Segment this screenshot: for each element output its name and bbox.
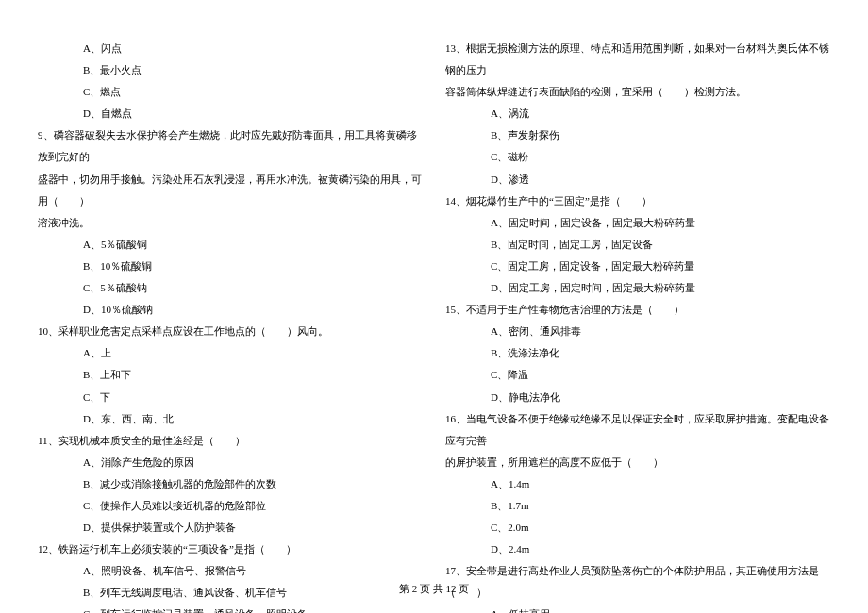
- q9-stem-line3: 溶液冲洗。: [38, 212, 423, 234]
- q16-stem-line2: 的屏护装置，所用遮栏的高度不应低于（ ）: [445, 452, 830, 473]
- q15-option-d: D、静电法净化: [445, 387, 830, 408]
- q10-stem: 10、采样职业危害定点采样点应设在工作地点的（ ）风向。: [38, 321, 423, 342]
- q14-option-c: C、固定工房，固定设备，固定最大粉碎药量: [445, 256, 830, 277]
- right-column: 13、根据无损检测方法的原理、特点和适用范围判断，如果对一台材料为奥氏体不锈钢的…: [434, 38, 842, 575]
- q15-option-b: B、洗涤法净化: [445, 342, 830, 364]
- q13-stem-line2: 容器筒体纵焊缝进行表面缺陷的检测，宜采用（ ）检测方法。: [445, 81, 830, 103]
- q14-option-b: B、固定时间，固定工房，固定设备: [445, 234, 830, 256]
- q16-option-d: D、2.4m: [445, 538, 830, 560]
- q16-option-a: A、1.4m: [445, 473, 830, 495]
- page-footer: 第 2 页 共 12 页: [0, 578, 868, 600]
- q17-option-a: A、低挂高用: [445, 604, 830, 613]
- page-body: A、闪点 B、最小火点 C、燃点 D、自燃点 9、磷容器破裂失去水保护将会产生燃…: [0, 0, 868, 575]
- q15-option-c: C、降温: [445, 364, 830, 386]
- q9-option-b: B、10％硫酸铜: [38, 256, 423, 277]
- left-column: A、闪点 B、最小火点 C、燃点 D、自燃点 9、磷容器破裂失去水保护将会产生燃…: [26, 38, 434, 575]
- q14-option-a: A、固定时间，固定设备，固定最大粉碎药量: [445, 212, 830, 234]
- q10-option-a: A、上: [38, 342, 423, 364]
- q10-option-c: C、下: [38, 387, 423, 408]
- q16-stem-line1: 16、当电气设备不便于绝缘或绝缘不足以保证安全时，应采取屏护措施。变配电设备应有…: [445, 408, 830, 452]
- q14-option-d: D、固定工房，固定时间，固定最大粉碎药量: [445, 277, 830, 299]
- q13-stem-line1: 13、根据无损检测方法的原理、特点和适用范围判断，如果对一台材料为奥氏体不锈钢的…: [445, 38, 830, 81]
- q9-stem-line2: 盛器中，切勿用手接触。污染处用石灰乳浸湿，再用水冲洗。被黄磷污染的用具，可用（ …: [38, 169, 423, 212]
- q11-option-c: C、使操作人员难以接近机器的危险部位: [38, 495, 423, 517]
- q9-option-d: D、10％硫酸钠: [38, 299, 423, 321]
- q11-option-d: D、提供保护装置或个人防护装备: [38, 517, 423, 538]
- q13-option-d: D、渗透: [445, 169, 830, 191]
- q13-option-b: B、声发射探伤: [445, 124, 830, 146]
- q9-option-c: C、5％硫酸钠: [38, 277, 423, 299]
- q14-stem: 14、烟花爆竹生产中的“三固定”是指（ ）: [445, 191, 830, 212]
- q15-stem: 15、不适用于生产性毒物危害治理的方法是（ ）: [445, 299, 830, 321]
- q11-option-a: A、消除产生危险的原因: [38, 452, 423, 473]
- q8-option-c: C、燃点: [38, 81, 423, 103]
- q11-option-b: B、减少或消除接触机器的危险部件的次数: [38, 473, 423, 495]
- q9-option-a: A、5％硫酸铜: [38, 234, 423, 256]
- q13-option-a: A、涡流: [445, 103, 830, 124]
- q8-option-d: D、自燃点: [38, 103, 423, 124]
- q16-option-b: B、1.7m: [445, 495, 830, 517]
- q8-option-a: A、闪点: [38, 38, 423, 59]
- q12-option-c: C、列车运行监控记录装置、通风设备、照明设备: [38, 604, 423, 613]
- q10-option-b: B、上和下: [38, 364, 423, 386]
- q8-option-b: B、最小火点: [38, 59, 423, 81]
- q15-option-a: A、密闭、通风排毒: [445, 321, 830, 342]
- q9-stem-line1: 9、磷容器破裂失去水保护将会产生燃烧，此时应先戴好防毒面具，用工具将黄磷移放到完…: [38, 124, 423, 168]
- q11-stem: 11、实现机械本质安全的最佳途经是（ ）: [38, 430, 423, 452]
- q13-option-c: C、磁粉: [445, 146, 830, 168]
- q16-option-c: C、2.0m: [445, 517, 830, 538]
- q10-option-d: D、东、西、南、北: [38, 408, 423, 430]
- q12-stem: 12、铁路运行机车上必须安装的“三项设备”是指（ ）: [38, 538, 423, 560]
